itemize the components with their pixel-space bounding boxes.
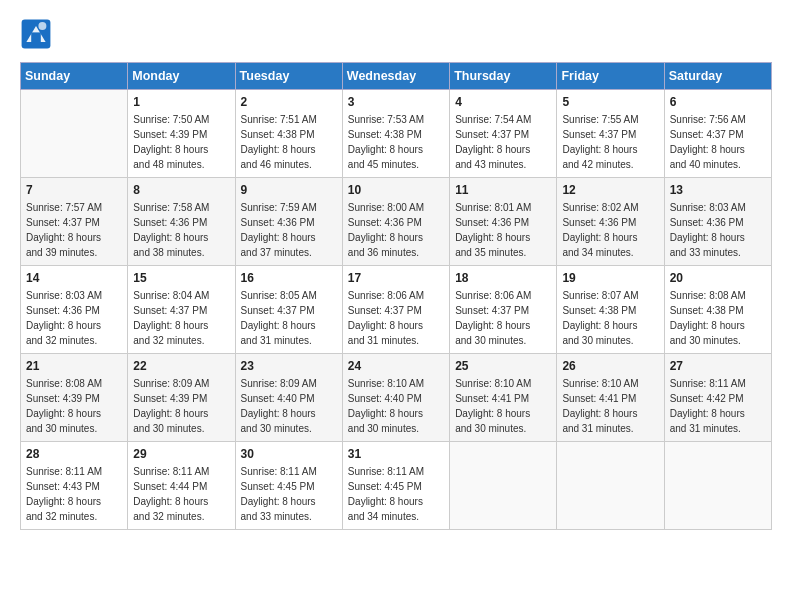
day-cell: 21Sunrise: 8:08 AM Sunset: 4:39 PM Dayli… xyxy=(21,354,128,442)
header-cell-tuesday: Tuesday xyxy=(235,63,342,90)
day-number: 19 xyxy=(562,271,658,285)
day-info: Sunrise: 8:08 AM Sunset: 4:38 PM Dayligh… xyxy=(670,288,766,348)
header-cell-wednesday: Wednesday xyxy=(342,63,449,90)
day-info: Sunrise: 8:11 AM Sunset: 4:45 PM Dayligh… xyxy=(241,464,337,524)
day-cell: 9Sunrise: 7:59 AM Sunset: 4:36 PM Daylig… xyxy=(235,178,342,266)
day-number: 20 xyxy=(670,271,766,285)
day-cell: 26Sunrise: 8:10 AM Sunset: 4:41 PM Dayli… xyxy=(557,354,664,442)
day-cell: 5Sunrise: 7:55 AM Sunset: 4:37 PM Daylig… xyxy=(557,90,664,178)
day-number: 22 xyxy=(133,359,229,373)
day-number: 18 xyxy=(455,271,551,285)
day-info: Sunrise: 8:03 AM Sunset: 4:36 PM Dayligh… xyxy=(26,288,122,348)
day-info: Sunrise: 8:04 AM Sunset: 4:37 PM Dayligh… xyxy=(133,288,229,348)
svg-point-3 xyxy=(38,22,46,30)
day-info: Sunrise: 8:03 AM Sunset: 4:36 PM Dayligh… xyxy=(670,200,766,260)
day-number: 21 xyxy=(26,359,122,373)
day-number: 8 xyxy=(133,183,229,197)
day-cell: 7Sunrise: 7:57 AM Sunset: 4:37 PM Daylig… xyxy=(21,178,128,266)
day-cell: 3Sunrise: 7:53 AM Sunset: 4:38 PM Daylig… xyxy=(342,90,449,178)
header xyxy=(20,18,772,50)
day-info: Sunrise: 7:54 AM Sunset: 4:37 PM Dayligh… xyxy=(455,112,551,172)
day-info: Sunrise: 8:10 AM Sunset: 4:40 PM Dayligh… xyxy=(348,376,444,436)
day-info: Sunrise: 8:10 AM Sunset: 4:41 PM Dayligh… xyxy=(455,376,551,436)
day-number: 24 xyxy=(348,359,444,373)
day-number: 5 xyxy=(562,95,658,109)
day-cell: 12Sunrise: 8:02 AM Sunset: 4:36 PM Dayli… xyxy=(557,178,664,266)
day-cell xyxy=(21,90,128,178)
day-info: Sunrise: 8:02 AM Sunset: 4:36 PM Dayligh… xyxy=(562,200,658,260)
day-cell xyxy=(450,442,557,530)
calendar-table: SundayMondayTuesdayWednesdayThursdayFrid… xyxy=(20,62,772,530)
day-info: Sunrise: 7:57 AM Sunset: 4:37 PM Dayligh… xyxy=(26,200,122,260)
day-number: 25 xyxy=(455,359,551,373)
day-number: 30 xyxy=(241,447,337,461)
page: SundayMondayTuesdayWednesdayThursdayFrid… xyxy=(0,0,792,548)
day-number: 29 xyxy=(133,447,229,461)
header-row: SundayMondayTuesdayWednesdayThursdayFrid… xyxy=(21,63,772,90)
header-cell-friday: Friday xyxy=(557,63,664,90)
header-cell-sunday: Sunday xyxy=(21,63,128,90)
day-info: Sunrise: 8:05 AM Sunset: 4:37 PM Dayligh… xyxy=(241,288,337,348)
day-number: 12 xyxy=(562,183,658,197)
day-number: 3 xyxy=(348,95,444,109)
day-info: Sunrise: 7:56 AM Sunset: 4:37 PM Dayligh… xyxy=(670,112,766,172)
header-cell-thursday: Thursday xyxy=(450,63,557,90)
day-cell: 11Sunrise: 8:01 AM Sunset: 4:36 PM Dayli… xyxy=(450,178,557,266)
day-info: Sunrise: 8:09 AM Sunset: 4:40 PM Dayligh… xyxy=(241,376,337,436)
day-cell: 31Sunrise: 8:11 AM Sunset: 4:45 PM Dayli… xyxy=(342,442,449,530)
day-info: Sunrise: 8:07 AM Sunset: 4:38 PM Dayligh… xyxy=(562,288,658,348)
day-info: Sunrise: 8:01 AM Sunset: 4:36 PM Dayligh… xyxy=(455,200,551,260)
day-cell: 1Sunrise: 7:50 AM Sunset: 4:39 PM Daylig… xyxy=(128,90,235,178)
day-number: 28 xyxy=(26,447,122,461)
day-info: Sunrise: 8:11 AM Sunset: 4:42 PM Dayligh… xyxy=(670,376,766,436)
day-number: 6 xyxy=(670,95,766,109)
day-info: Sunrise: 7:58 AM Sunset: 4:36 PM Dayligh… xyxy=(133,200,229,260)
day-info: Sunrise: 8:10 AM Sunset: 4:41 PM Dayligh… xyxy=(562,376,658,436)
day-info: Sunrise: 8:11 AM Sunset: 4:44 PM Dayligh… xyxy=(133,464,229,524)
day-number: 15 xyxy=(133,271,229,285)
day-number: 13 xyxy=(670,183,766,197)
day-cell: 4Sunrise: 7:54 AM Sunset: 4:37 PM Daylig… xyxy=(450,90,557,178)
day-cell: 22Sunrise: 8:09 AM Sunset: 4:39 PM Dayli… xyxy=(128,354,235,442)
day-number: 4 xyxy=(455,95,551,109)
day-number: 2 xyxy=(241,95,337,109)
week-row-1: 1Sunrise: 7:50 AM Sunset: 4:39 PM Daylig… xyxy=(21,90,772,178)
day-cell: 19Sunrise: 8:07 AM Sunset: 4:38 PM Dayli… xyxy=(557,266,664,354)
day-number: 17 xyxy=(348,271,444,285)
svg-rect-2 xyxy=(31,32,41,42)
day-number: 27 xyxy=(670,359,766,373)
day-cell: 17Sunrise: 8:06 AM Sunset: 4:37 PM Dayli… xyxy=(342,266,449,354)
day-info: Sunrise: 8:11 AM Sunset: 4:43 PM Dayligh… xyxy=(26,464,122,524)
day-number: 16 xyxy=(241,271,337,285)
day-cell: 16Sunrise: 8:05 AM Sunset: 4:37 PM Dayli… xyxy=(235,266,342,354)
logo-icon xyxy=(20,18,52,50)
day-number: 23 xyxy=(241,359,337,373)
day-cell: 10Sunrise: 8:00 AM Sunset: 4:36 PM Dayli… xyxy=(342,178,449,266)
day-cell: 25Sunrise: 8:10 AM Sunset: 4:41 PM Dayli… xyxy=(450,354,557,442)
week-row-2: 7Sunrise: 7:57 AM Sunset: 4:37 PM Daylig… xyxy=(21,178,772,266)
day-info: Sunrise: 8:00 AM Sunset: 4:36 PM Dayligh… xyxy=(348,200,444,260)
day-number: 10 xyxy=(348,183,444,197)
day-info: Sunrise: 7:50 AM Sunset: 4:39 PM Dayligh… xyxy=(133,112,229,172)
day-cell: 28Sunrise: 8:11 AM Sunset: 4:43 PM Dayli… xyxy=(21,442,128,530)
day-info: Sunrise: 8:09 AM Sunset: 4:39 PM Dayligh… xyxy=(133,376,229,436)
day-number: 7 xyxy=(26,183,122,197)
header-cell-saturday: Saturday xyxy=(664,63,771,90)
day-cell: 18Sunrise: 8:06 AM Sunset: 4:37 PM Dayli… xyxy=(450,266,557,354)
header-cell-monday: Monday xyxy=(128,63,235,90)
day-info: Sunrise: 7:51 AM Sunset: 4:38 PM Dayligh… xyxy=(241,112,337,172)
day-info: Sunrise: 8:08 AM Sunset: 4:39 PM Dayligh… xyxy=(26,376,122,436)
day-info: Sunrise: 7:53 AM Sunset: 4:38 PM Dayligh… xyxy=(348,112,444,172)
day-number: 31 xyxy=(348,447,444,461)
day-info: Sunrise: 8:11 AM Sunset: 4:45 PM Dayligh… xyxy=(348,464,444,524)
day-number: 14 xyxy=(26,271,122,285)
logo xyxy=(20,18,56,50)
day-cell: 15Sunrise: 8:04 AM Sunset: 4:37 PM Dayli… xyxy=(128,266,235,354)
day-cell: 23Sunrise: 8:09 AM Sunset: 4:40 PM Dayli… xyxy=(235,354,342,442)
day-info: Sunrise: 7:59 AM Sunset: 4:36 PM Dayligh… xyxy=(241,200,337,260)
day-cell: 27Sunrise: 8:11 AM Sunset: 4:42 PM Dayli… xyxy=(664,354,771,442)
day-cell: 30Sunrise: 8:11 AM Sunset: 4:45 PM Dayli… xyxy=(235,442,342,530)
day-number: 1 xyxy=(133,95,229,109)
week-row-3: 14Sunrise: 8:03 AM Sunset: 4:36 PM Dayli… xyxy=(21,266,772,354)
day-cell: 13Sunrise: 8:03 AM Sunset: 4:36 PM Dayli… xyxy=(664,178,771,266)
